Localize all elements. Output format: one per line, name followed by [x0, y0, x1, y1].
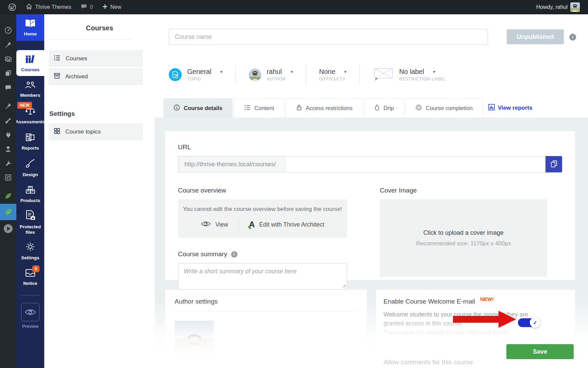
- video-play-icon[interactable]: [0, 222, 16, 235]
- tab-access-restrictions[interactable]: Access restrictions: [286, 98, 363, 118]
- sidebar-item-home[interactable]: Home: [16, 14, 44, 41]
- sidebar-divider: [21, 295, 40, 295]
- welcome-email-title: Enable Course Welcome E-mail: [383, 298, 475, 305]
- welcome-email-toggle[interactable]: ✓: [518, 318, 538, 327]
- thrive-apprentice-rail-icon[interactable]: [0, 204, 16, 220]
- sub-nav-courses[interactable]: Courses: [49, 50, 143, 67]
- difficulty-selector[interactable]: None▾ DIFFICULTY: [319, 68, 346, 81]
- sidebar-item-assessments[interactable]: NEW Assessments: [16, 102, 44, 128]
- sidebar-item-label: Courses: [21, 67, 39, 72]
- admin-bar-comments[interactable]: 0: [77, 0, 96, 14]
- wp-admin-rail: [0, 14, 16, 368]
- sidebar-item-label: Reports: [21, 145, 39, 151]
- allow-comments-label: Allow comments for this course: [383, 358, 473, 366]
- sub-nav-course-topics[interactable]: Course topics: [49, 123, 143, 140]
- wp-menu-users-icon[interactable]: [0, 142, 16, 155]
- sidebar-item-members[interactable]: Members: [16, 76, 44, 102]
- sidebar-item-courses[interactable]: Courses: [16, 50, 44, 76]
- copy-url-button[interactable]: [545, 156, 562, 172]
- unpublished-status-button[interactable]: Unpublished: [507, 29, 564, 44]
- sidebar-item-label: Preview: [22, 324, 38, 329]
- lock-icon: [296, 104, 302, 112]
- chevron-down-icon: ▾: [433, 69, 435, 74]
- wordpress-logo-icon[interactable]: [5, 0, 20, 14]
- sub-nav-archived[interactable]: Archived: [49, 68, 143, 85]
- sidebar-item-design[interactable]: Design: [16, 155, 44, 181]
- tab-content[interactable]: Content: [234, 98, 284, 118]
- sidebar-item-reports[interactable]: Reports: [16, 128, 44, 155]
- sidebar-item-label: Members: [20, 93, 40, 98]
- sub-nav-label: Archived: [65, 73, 88, 80]
- sidebar-item-products[interactable]: Products: [16, 181, 44, 207]
- course-details-card: URL Course overview You cannot edit the …: [165, 131, 575, 280]
- welcome-email-description-2: Personalize the default Course Welcome E…: [383, 328, 533, 337]
- topic-caption: TOPIC: [187, 77, 223, 81]
- sidebar-item-label: Settings: [21, 255, 39, 260]
- topic-selector[interactable]: General▾ TOPIC: [169, 68, 223, 81]
- author-avatar: [249, 68, 261, 81]
- wp-menu-plugins-icon[interactable]: [0, 128, 16, 141]
- wp-menu-pin-icon[interactable]: [0, 99, 16, 112]
- admin-bar-new[interactable]: New: [99, 0, 125, 14]
- reports-icon: [25, 133, 36, 143]
- wp-menu-posts-icon[interactable]: [0, 38, 16, 51]
- wp-menu-media-icon[interactable]: [0, 52, 16, 65]
- restriction-label-selector[interactable]: No label▾ RESTRICTION LABEL: [373, 66, 446, 83]
- sidebar-item-label: Protected files: [16, 224, 44, 235]
- sidebar-item-label: Products: [20, 198, 40, 203]
- tab-label: Access restrictions: [306, 105, 353, 111]
- sidebar-item-label: Design: [22, 172, 38, 177]
- view-reports-link[interactable]: View reports: [488, 98, 533, 118]
- cover-image-upload-area[interactable]: Click to upload a cover image Recommende…: [380, 199, 547, 277]
- thrive-sidebar: Home Courses Members NEW Assessments Rep…: [16, 14, 44, 368]
- resize-grip[interactable]: [343, 283, 346, 289]
- toggle-check-icon: ✓: [530, 317, 540, 328]
- site-name: Thrive Themes: [35, 4, 71, 10]
- course-summary-title: Course summary: [178, 250, 227, 258]
- course-tabs: Course details Content Access restrictio…: [163, 98, 533, 118]
- edit-with-architect-button[interactable]: A Edit with Thrive Architect: [249, 220, 325, 229]
- topic-value: General: [187, 68, 211, 76]
- status-info-icon[interactable]: i: [569, 34, 576, 41]
- sub-sidebar-title: Courses: [44, 24, 155, 32]
- difficulty-value: None: [319, 68, 336, 76]
- overview-notice-box: You cannot edit the course overview befo…: [178, 199, 347, 238]
- new-label: New: [110, 4, 121, 10]
- wp-menu-settings-icon[interactable]: [0, 171, 16, 184]
- home-icon: [26, 3, 32, 11]
- author-selector[interactable]: rahul▾ AUTHOR: [249, 68, 293, 81]
- wp-admin-bar: Thrive Themes 0 New Howdy, rahul: [0, 0, 588, 14]
- list-icon: [244, 105, 251, 112]
- wp-menu-pages-icon[interactable]: [0, 67, 16, 80]
- wp-menu-dashboard-icon[interactable]: [0, 24, 16, 37]
- admin-bar-left: Thrive Themes 0 New: [0, 0, 129, 14]
- tab-course-details[interactable]: Course details: [163, 98, 233, 118]
- course-summary-textarea[interactable]: [178, 263, 347, 290]
- course-name-input[interactable]: [169, 29, 488, 45]
- restriction-caption: RESTRICTION LABEL: [399, 77, 446, 81]
- sidebar-item-settings[interactable]: Settings: [16, 238, 44, 264]
- chevron-down-icon: ▾: [344, 69, 347, 74]
- sub-sidebar-divider: [49, 39, 132, 40]
- sidebar-item-preview[interactable]: Preview: [16, 300, 44, 332]
- view-overview-button[interactable]: View: [201, 220, 228, 229]
- preview-eye-icon: [21, 303, 39, 321]
- summary-info-icon[interactable]: i: [231, 251, 238, 258]
- sidebar-item-notice[interactable]: 5 Notice: [16, 264, 44, 290]
- design-brush-icon: [25, 158, 36, 170]
- tab-drip[interactable]: Drip: [364, 98, 404, 118]
- save-button[interactable]: Save: [506, 344, 574, 359]
- sub-nav-label: Courses: [66, 55, 87, 62]
- eye-icon: [201, 220, 211, 229]
- thrive-dashboard-leaf-icon[interactable]: [0, 189, 16, 202]
- edit-architect-label: Edit with Thrive Architect: [259, 221, 324, 228]
- wp-menu-tools-icon[interactable]: [0, 157, 16, 170]
- sidebar-item-protected-files[interactable]: Protected files: [16, 207, 44, 238]
- tab-course-completion[interactable]: Course completion: [405, 98, 483, 118]
- droplet-icon: [374, 104, 380, 112]
- course-url-input[interactable]: [178, 156, 545, 172]
- wp-menu-comments-icon[interactable]: [0, 81, 16, 94]
- howdy-account-link[interactable]: Howdy, rahul: [533, 0, 583, 14]
- site-link[interactable]: Thrive Themes: [22, 0, 75, 14]
- wp-menu-appearance-icon[interactable]: [0, 114, 16, 127]
